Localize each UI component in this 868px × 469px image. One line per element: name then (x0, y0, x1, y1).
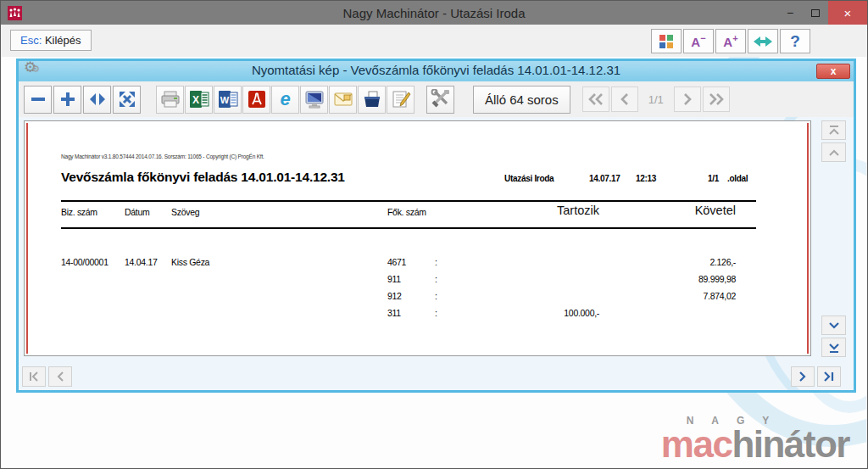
minimize-button[interactable]: − (777, 1, 803, 25)
cell-fok: 912 (387, 291, 402, 301)
main-window: Nagy Machinátor - Utazási Iroda − × Esc:… (0, 0, 868, 469)
internet-explorer-icon: e (280, 90, 290, 109)
open-browser-button[interactable]: e (271, 86, 299, 114)
tools-icon (431, 89, 451, 109)
font-decrease-icon: A− (691, 34, 705, 48)
zoom-out-button[interactable] (24, 86, 52, 114)
last-page-button[interactable] (703, 87, 730, 112)
prev-page-button[interactable] (611, 87, 638, 112)
notepad-pencil-icon (391, 89, 411, 109)
scroll-left-button[interactable] (48, 366, 72, 387)
main-toolbar: Esc: Kilépés A− A+ ? (2, 25, 866, 57)
page-layout-button[interactable]: Álló 64 soros (473, 86, 570, 114)
report-date: 14.07.17 (589, 174, 620, 183)
chevron-up-bar-icon (828, 126, 840, 136)
cell-fok: 4671 (387, 257, 406, 267)
send-to-screen-button[interactable] (300, 86, 328, 114)
scroll-bottom-button[interactable] (821, 338, 846, 357)
svg-text:W: W (220, 95, 229, 105)
scroll-far-left-button[interactable] (22, 366, 46, 387)
font-decrease-button[interactable]: A− (683, 29, 714, 53)
chevron-left-icon (56, 371, 64, 382)
report-time: 12:13 (636, 174, 656, 183)
plus-icon (59, 91, 76, 108)
report-title: Vevőszámla főkönyvi feladás 14.01.01-14.… (61, 170, 345, 185)
color-grid-icon (659, 35, 673, 48)
print-button[interactable] (156, 86, 184, 114)
titlebar: Nagy Machinátor - Utazási Iroda − × (1, 1, 867, 25)
cell-biz: 14-00/00001 (61, 257, 108, 267)
minus-icon (30, 91, 47, 108)
expand-icon (119, 91, 136, 108)
svg-text:X: X (192, 94, 198, 106)
excel-icon: X (189, 89, 209, 109)
exit-button[interactable]: Esc: Kilépés (10, 30, 92, 51)
chevron-right-icon (798, 371, 807, 382)
page-indicator: 1/1 (640, 93, 672, 106)
divider (61, 200, 756, 202)
help-button[interactable]: ? (780, 29, 810, 53)
theme-button[interactable] (651, 29, 682, 53)
report-document: Nagy Machinátor v3.1.80.57444 2014.07.16… (25, 121, 810, 355)
report-page-suffix: .oldal (727, 174, 748, 183)
report-office: Utazási Iroda (504, 174, 554, 183)
close-button[interactable]: × (828, 1, 867, 25)
col-biz-szam: Biz. szám (61, 207, 97, 217)
print-preview-window: ⚙⚙ Nyomtatási kép - Vevőszámla főkönyvi … (16, 59, 856, 393)
report-app-info: Nagy Machinátor v3.1.80.57444 2014.07.16… (61, 154, 264, 159)
cell-kovetel: 89.999,98 (617, 274, 736, 284)
chevron-down-icon (828, 321, 840, 330)
esc-key-label: Esc: (20, 34, 42, 47)
export-pdf-button[interactable] (242, 86, 270, 114)
preview-close-button[interactable]: x (816, 64, 850, 79)
export-word-button[interactable]: W (214, 86, 242, 114)
font-increase-button[interactable]: A+ (715, 29, 746, 53)
preview-title: Nyomtatási kép - Vevőszámla főkönyvi fel… (19, 63, 854, 77)
first-page-button[interactable] (582, 87, 609, 112)
export-excel-button[interactable]: X (185, 86, 213, 114)
fit-width-icon (89, 92, 106, 107)
scroll-down-button[interactable] (821, 315, 846, 335)
zoom-in-button[interactable] (53, 86, 81, 114)
col-tartozik: Tartozik (498, 204, 599, 217)
window-title: Nagy Machinátor - Utazási Iroda (1, 6, 867, 20)
envelope-icon (333, 90, 353, 109)
settings-button[interactable] (426, 86, 454, 114)
edit-notes-button[interactable] (387, 86, 415, 114)
cell-szoveg: Kiss Géza (171, 257, 209, 267)
printer-icon (160, 90, 181, 109)
maximize-icon (811, 9, 820, 17)
send-mail-button[interactable] (329, 86, 357, 114)
word-icon: W (218, 89, 238, 109)
double-chevron-left-icon (588, 93, 604, 105)
fit-page-button[interactable] (113, 86, 141, 114)
maximize-button[interactable] (803, 1, 828, 25)
col-szoveg: Szöveg (171, 207, 199, 217)
cell-sep: : (435, 308, 437, 318)
window-controls: − × (777, 1, 867, 25)
brand-logo: N A G Y machinátor (661, 415, 849, 462)
cell-sep: : (435, 291, 437, 301)
resize-button[interactable] (748, 29, 778, 53)
cell-fok: 311 (387, 308, 401, 318)
client-area: ⚙⚙ Nyomtatási kép - Vevőszámla főkönyvi … (2, 57, 866, 467)
scroll-far-right-button[interactable] (817, 366, 841, 387)
monitor-icon (304, 89, 325, 109)
next-page-button[interactable] (674, 87, 701, 112)
scroll-up-button[interactable] (821, 142, 846, 162)
pdf-icon (247, 89, 267, 109)
archive-button[interactable] (358, 86, 386, 114)
card-box-icon (362, 89, 382, 109)
fit-width-button[interactable] (83, 86, 111, 114)
chevron-right-icon (682, 93, 693, 105)
scroll-top-button[interactable] (821, 120, 846, 140)
appearance-buttons: A− A+ ? (651, 29, 810, 53)
divider (61, 227, 756, 229)
cell-kovetel: 7.874,02 (617, 291, 736, 301)
logo-wordmark: machinátor (661, 427, 849, 462)
scroll-right-button[interactable] (791, 366, 815, 387)
preview-toolbar: X W (19, 81, 854, 117)
chevron-left-icon (620, 93, 630, 105)
cell-sep: : (435, 274, 437, 284)
preview-area: Nagy Machinátor v3.1.80.57444 2014.07.16… (19, 117, 854, 390)
